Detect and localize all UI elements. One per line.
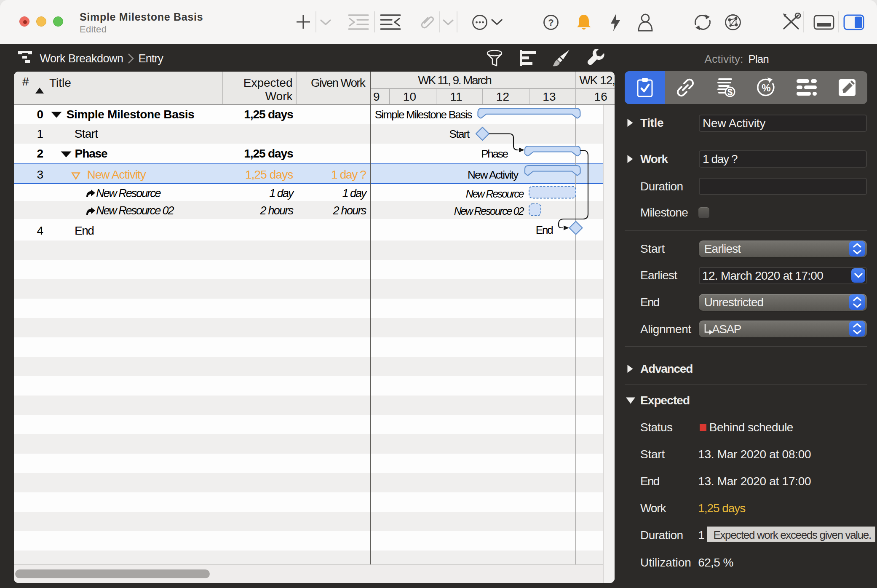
svg-text:%: %: [762, 82, 770, 94]
svg-text:?: ?: [548, 17, 553, 28]
svg-text:$: $: [727, 87, 733, 97]
